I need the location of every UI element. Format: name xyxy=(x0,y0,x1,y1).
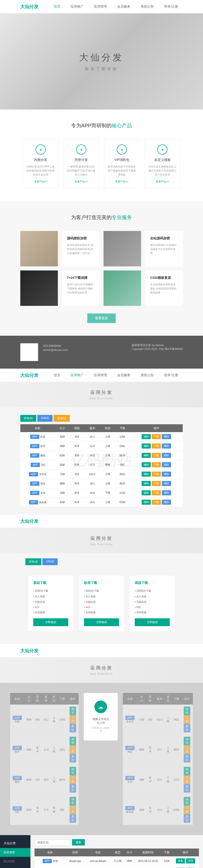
n2-2[interactable]: 应用管理 xyxy=(94,373,107,377)
nav-promo[interactable]: 应用推广 xyxy=(71,4,84,9)
action-下载[interactable]: 下载 xyxy=(184,806,190,814)
logo[interactable]: 大仙分发 xyxy=(20,4,39,10)
plan-item: • ¥99 xyxy=(135,605,170,610)
action-下载[interactable]: 下载 xyxy=(70,806,76,814)
nav-manage[interactable]: 应用管理 xyxy=(94,4,107,9)
n2-1[interactable]: 应用推广 xyxy=(71,373,84,377)
action-删除[interactable]: 删除 xyxy=(70,784,76,793)
th: 系统 xyxy=(33,693,42,705)
action-删除[interactable]: 删除 xyxy=(162,481,171,486)
action-删除[interactable]: 删除 xyxy=(162,434,171,439)
action-下载[interactable]: 下载 xyxy=(152,443,161,448)
buy-button[interactable]: 立即购买 xyxy=(33,618,68,626)
action-删除[interactable]: 删除 xyxy=(162,500,171,505)
action-删除[interactable]: 删除 xyxy=(70,724,76,733)
nav-notice[interactable]: 系统公告 xyxy=(141,4,154,9)
th: 大小 xyxy=(137,693,146,705)
action-编辑[interactable]: 编辑 xyxy=(184,767,190,775)
nav-login[interactable]: 登录/注册 xyxy=(164,4,178,9)
action-下载[interactable]: 下载 xyxy=(184,745,190,754)
th: 下载 xyxy=(57,693,67,705)
service-card-2: 全站源码加密 整站加密保护,从前端到后端全方位安全防护体系 xyxy=(145,231,183,267)
action-编辑[interactable]: 编辑 xyxy=(184,737,190,745)
footer-copy: Copyright 2020-2021 大仙 蜀ICP备88888 xyxy=(131,347,183,351)
action-编辑[interactable]: 编辑 xyxy=(142,481,151,486)
nav-member[interactable]: 会员服务 xyxy=(117,4,130,9)
product-card-0: ◈ 内测分发 内测分发适用于APP上线前的测试阶段,帮助开发者快速分发应用 查看… xyxy=(23,139,58,189)
tab-ios[interactable]: iOS(3) xyxy=(37,415,53,422)
action-删除[interactable]: 删除 xyxy=(184,784,190,793)
product-link[interactable]: 查看产品>> xyxy=(26,180,55,183)
action-删除[interactable]: 删除 xyxy=(162,462,171,467)
action-下载[interactable]: 下载 xyxy=(184,775,190,784)
search-input[interactable] xyxy=(34,839,70,845)
tab-all[interactable]: 所有(8) xyxy=(20,415,36,422)
action-删除[interactable]: 删除 xyxy=(70,754,76,763)
action-下载[interactable]: 下载 xyxy=(152,481,161,486)
action-编辑[interactable]: 编辑 xyxy=(142,462,151,467)
n2-0[interactable]: 首页 xyxy=(54,373,60,377)
n2-4[interactable]: 系统公告 xyxy=(141,373,154,377)
action-编辑[interactable]: 编辑 xyxy=(70,737,76,745)
action-删除[interactable]: 删除 xyxy=(184,754,190,763)
logo-4[interactable]: 大仙分发 xyxy=(20,648,39,654)
more-button[interactable]: 查看更多 xyxy=(87,313,116,323)
logo-2[interactable]: 大仙分发 xyxy=(20,372,39,378)
action-删除[interactable]: 删除 xyxy=(162,471,171,477)
side-stats[interactable]: 统计分析 xyxy=(0,857,30,866)
action-删除[interactable]: 删除 xyxy=(184,814,190,823)
action-编辑[interactable]: 编辑 xyxy=(70,767,76,775)
n2-3[interactable]: 会员服务 xyxy=(117,373,130,377)
action-编辑[interactable]: 编辑 xyxy=(142,443,151,448)
action-下载[interactable]: 下载 xyxy=(152,434,161,439)
app-badge: APP xyxy=(13,746,22,750)
action-编辑[interactable]: 编辑 xyxy=(70,707,76,715)
action-下载[interactable]: 下载 xyxy=(70,715,76,724)
action-编辑[interactable]: 编辑 xyxy=(142,500,151,505)
nav-home[interactable]: 首页 xyxy=(54,4,60,9)
tab-android[interactable]: 安卓(5) xyxy=(54,415,70,422)
action-下载[interactable]: 下载 xyxy=(152,462,161,467)
th: 大小 xyxy=(24,693,33,705)
action-编辑[interactable]: 编辑 xyxy=(184,797,190,806)
action-编辑[interactable]: 编辑 xyxy=(142,471,151,477)
admin-action[interactable]: 管理 xyxy=(186,858,195,863)
action-下载[interactable]: 下载 xyxy=(152,471,161,477)
action-编辑[interactable]: 编辑 xyxy=(184,707,190,715)
action-下载[interactable]: 下载 xyxy=(152,500,161,505)
plan-item: • 无限应用 xyxy=(135,599,170,605)
action-下载[interactable]: 下载 xyxy=(184,715,190,724)
product-link[interactable]: 查看产品>> xyxy=(67,180,96,183)
upload-icon[interactable]: ☁ xyxy=(94,701,107,713)
action-编辑[interactable]: 编辑 xyxy=(142,453,151,458)
tab2-all[interactable]: 所有(8) xyxy=(25,558,41,565)
hero: 大仙分发 极速下载体验 xyxy=(0,13,203,110)
buy-button[interactable]: 立即购买 xyxy=(135,618,170,626)
action-下载[interactable]: 下载 xyxy=(70,745,76,754)
action-删除[interactable]: 删除 xyxy=(162,443,171,448)
action-下载[interactable]: 下载 xyxy=(152,490,161,495)
action-下载[interactable]: 下载 xyxy=(70,775,76,784)
table-row: APP Google地图gmaps.apkcom.google.maps已上线3… xyxy=(34,866,199,868)
n2-5[interactable]: 登录/注册 xyxy=(164,373,178,377)
action-下载[interactable]: 下载 xyxy=(152,453,161,458)
tab2-ios[interactable]: iOS(3) xyxy=(42,558,58,565)
action-删除[interactable]: 删除 xyxy=(162,490,171,495)
side-member[interactable]: 会员中心 xyxy=(0,866,30,868)
admin-main: 搜索 名称应用包名状态大小更新时间下载操作APP 抖音douyin.ipacom… xyxy=(30,835,203,868)
product-link[interactable]: 查看产品>> xyxy=(107,180,136,183)
product-link[interactable]: 查看产品>> xyxy=(148,180,177,183)
admin-action[interactable]: 查看 xyxy=(176,858,185,863)
action-编辑[interactable]: 编辑 xyxy=(142,434,151,439)
action-删除[interactable]: 删除 xyxy=(70,814,76,823)
side-apps[interactable]: 应用管理 xyxy=(0,848,30,857)
buy-button[interactable]: 立即购买 xyxy=(84,618,119,626)
action-删除[interactable]: 删除 xyxy=(184,724,190,733)
action-删除[interactable]: 删除 xyxy=(162,453,171,458)
action-编辑[interactable]: 编辑 xyxy=(142,490,151,495)
action-编辑[interactable]: 编辑 xyxy=(70,797,76,806)
service-img-1 xyxy=(20,231,58,267)
th: 下载 xyxy=(161,848,172,856)
search-button[interactable]: 搜索 xyxy=(72,839,85,845)
logo-3[interactable]: 大仙分发 xyxy=(20,518,39,524)
